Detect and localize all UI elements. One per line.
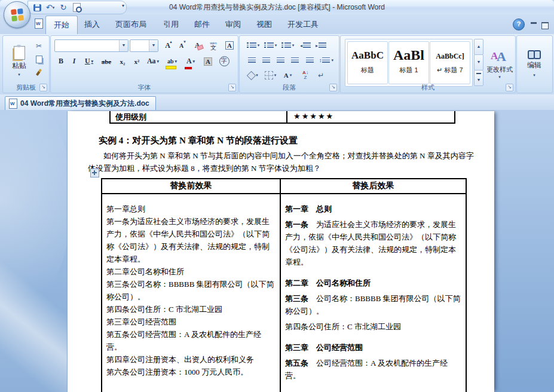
- format-painter-button[interactable]: [32, 66, 46, 78]
- superscript-button[interactable]: x²: [130, 54, 144, 68]
- group-font: ▼ ▼ A▲ A▼ A wén文 A B I U▾ abe x₂ x² Aa▾ …: [50, 35, 238, 93]
- borders-button[interactable]: ▾: [262, 69, 279, 82]
- distribute-button[interactable]: [302, 54, 317, 67]
- align-right-button[interactable]: [273, 54, 287, 67]
- clipboard-icon: [14, 46, 25, 60]
- borders-icon: [265, 71, 273, 79]
- doc-minimize-button[interactable]: [531, 22, 537, 24]
- justify-button[interactable]: [287, 54, 302, 67]
- shading-button[interactable]: ▾: [244, 69, 262, 82]
- bold-button[interactable]: B: [54, 54, 68, 68]
- italic-button[interactable]: I: [68, 54, 81, 68]
- office-button[interactable]: [4, 1, 30, 28]
- underline-button[interactable]: U▾: [81, 54, 97, 68]
- tab-insert[interactable]: 插入: [76, 17, 108, 32]
- header-before: 替换前效果: [102, 179, 281, 193]
- tab-page-layout[interactable]: 页面布局: [108, 17, 154, 32]
- align-left-button[interactable]: [244, 54, 259, 67]
- style-card-title[interactable]: AaBbC 标题: [347, 41, 388, 84]
- increase-indent-button[interactable]: [313, 39, 329, 52]
- document-page[interactable]: 使用级别 ★★★★★ 实例 4：对开头为第 N 章和第 N 节的段落进行设置 如…: [67, 111, 494, 392]
- sort-icon: A↓Z: [302, 71, 308, 80]
- copy-button[interactable]: [32, 53, 46, 65]
- styles-group-label: 样式: [341, 83, 515, 92]
- chevron-down-icon: ▾: [193, 59, 195, 64]
- doc-heading-line: 第三章 公司经营范围: [285, 341, 461, 354]
- styles-dialog-launcher[interactable]: ↘: [506, 84, 513, 91]
- multilevel-list-icon: [281, 42, 291, 48]
- distribute-icon: [306, 57, 314, 63]
- chevron-down-icon: ▾: [157, 59, 160, 64]
- tab-developer[interactable]: 开发工具: [280, 17, 326, 32]
- bullets-button[interactable]: ▾: [244, 39, 262, 52]
- font-color-button[interactable]: A▾: [182, 54, 200, 71]
- chevron-down-icon: ▾: [91, 59, 94, 64]
- clear-formatting-button[interactable]: A: [189, 39, 205, 52]
- compare-table: 替换前效果 替换后效果 第一章总则 第一条为适应社会主义市场经济的要求，发展生产…: [101, 178, 467, 392]
- redo-icon: ↻: [60, 4, 67, 11]
- multilevel-list-button[interactable]: ▾: [279, 39, 296, 52]
- increase-indent-icon: [319, 42, 326, 48]
- document-control-menu[interactable]: [35, 19, 43, 31]
- strikethrough-button[interactable]: abe: [98, 54, 115, 68]
- highlight-color-button[interactable]: ab▾: [163, 54, 181, 71]
- table-move-handle[interactable]: [90, 169, 99, 177]
- sort-button[interactable]: A↓Z: [298, 69, 313, 82]
- doc-line: 第四章公司注册资本、出资人的权利和义务: [106, 353, 276, 366]
- document-tab[interactable]: 04 Word常用查找与替换实例及方法.doc: [5, 96, 156, 110]
- tab-home[interactable]: 开始: [45, 16, 78, 35]
- tab-review[interactable]: 审阅: [218, 17, 249, 32]
- tab-view[interactable]: 视图: [249, 17, 280, 32]
- chevron-down-icon: ▾: [258, 43, 260, 48]
- chevron-down-icon: ▾: [331, 58, 333, 63]
- header-after: 替换后效果: [281, 179, 466, 193]
- doc-line: 第一条 为适应社会主义市场经济的要求，发展生产力，依据《中华人民共和国公司法》（…: [285, 218, 461, 268]
- tab-references[interactable]: 引用: [155, 17, 186, 32]
- character-border-button[interactable]: A: [222, 39, 237, 52]
- save-button[interactable]: [32, 2, 42, 13]
- shrink-font-button[interactable]: A▼: [175, 39, 188, 52]
- usage-level-table: 使用级别 ★★★★★: [109, 111, 455, 124]
- change-styles-button[interactable]: AA 更改样式 ▾: [486, 38, 513, 90]
- gallery-scroll-down-button[interactable]: ▼: [474, 54, 483, 71]
- subscript-button[interactable]: x₂: [115, 54, 130, 68]
- enclose-characters-button[interactable]: 字: [216, 54, 232, 68]
- pinyin-guide-button[interactable]: wén文: [206, 39, 221, 52]
- doc-line: 第六条公司注册资本：1000 万元人民币。: [106, 366, 276, 378]
- doc-restore-button[interactable]: [541, 22, 549, 29]
- font-name-combo[interactable]: ▼: [54, 39, 128, 52]
- undo-button[interactable]: ↶▾: [45, 2, 56, 13]
- help-button[interactable]: ?: [513, 19, 525, 30]
- chevron-down-icon: ▾: [290, 73, 292, 78]
- grow-font-button[interactable]: A▲: [161, 39, 175, 52]
- align-center-button[interactable]: [259, 54, 273, 67]
- numbering-button[interactable]: ▾: [262, 39, 279, 52]
- font-dialog-launcher[interactable]: ↘: [228, 84, 236, 91]
- asian-layout-button[interactable]: A▾: [279, 69, 296, 82]
- tab-mailings[interactable]: 邮件: [186, 17, 218, 32]
- print-preview-button[interactable]: [71, 2, 82, 13]
- paragraph-dialog-launcher[interactable]: ↘: [329, 84, 337, 91]
- font-size-combo[interactable]: ▼: [130, 39, 158, 52]
- cut-button[interactable]: ✂: [32, 40, 46, 52]
- undo-dropdown-icon: ▾: [53, 5, 55, 10]
- quick-access-toolbar: ↶▾ ↻: [27, 1, 127, 14]
- paste-button[interactable]: 粘贴 ▾: [7, 39, 32, 84]
- line-spacing-button[interactable]: ▾: [317, 54, 335, 67]
- doc-heading-line: 第二章 公司名称和住所: [285, 277, 461, 289]
- highlight-label: ab: [167, 58, 174, 65]
- style-card-heading7[interactable]: AaBbCc] ↵ 标题 7: [430, 41, 470, 84]
- editing-button[interactable]: 编辑 ▾: [521, 41, 548, 87]
- gallery-scroll-up-button[interactable]: ▲: [474, 39, 483, 55]
- change-case-button[interactable]: Aa▾: [144, 54, 162, 68]
- qat-customize-button[interactable]: ▾: [122, 3, 124, 8]
- redo-button[interactable]: ↻: [58, 2, 69, 13]
- style-card-heading1[interactable]: AaBl 标题 1: [388, 41, 429, 84]
- show-marks-button[interactable]: ↵: [313, 69, 329, 82]
- clipboard-dialog-launcher[interactable]: ↘: [39, 84, 47, 91]
- character-shading-button[interactable]: A: [200, 54, 216, 68]
- chevron-down-icon: ▾: [292, 43, 295, 48]
- decrease-indent-button[interactable]: [298, 39, 313, 52]
- copy-icon: [36, 56, 42, 63]
- document-tab-label: 04 Word常用查找与替换实例及方法.doc: [20, 99, 149, 109]
